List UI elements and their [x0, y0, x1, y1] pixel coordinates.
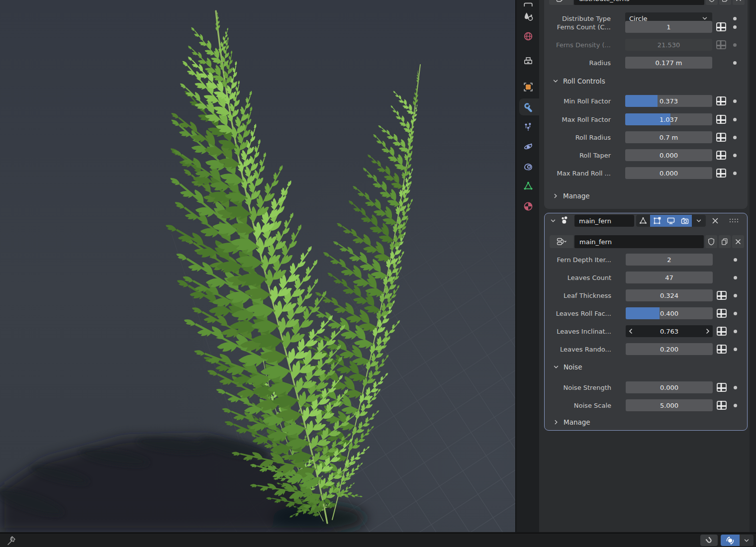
decrement-arrow-icon[interactable]	[628, 325, 633, 337]
tab-object-data-properties[interactable]	[516, 178, 539, 194]
viewport-canvas[interactable]	[0, 0, 515, 532]
tab-constraint-properties[interactable]	[516, 158, 539, 175]
subpanel-roll-controls[interactable]: Roll Controls	[548, 73, 745, 89]
modifier-extras-dropdown[interactable]	[692, 215, 706, 227]
row-max-rand-roll: Max Rand Roll ... 0.000	[549, 166, 745, 180]
node-tree-row: distribute_ferns	[549, 0, 745, 5]
tab-output-properties[interactable]	[516, 52, 539, 69]
node-tree-selector[interactable]	[550, 235, 573, 248]
animate-decorator[interactable]	[734, 386, 737, 389]
input-attribute-toggle[interactable]	[715, 399, 728, 411]
animate-decorator[interactable]	[734, 312, 737, 315]
row-ferns-count: Ferns Count (C... 1	[549, 20, 745, 34]
input-attribute-toggle[interactable]	[715, 325, 728, 337]
leaves-inclination-field[interactable]: 0.763	[626, 325, 713, 337]
unlink-button[interactable]	[733, 0, 745, 5]
modifier-header: main_fern	[545, 213, 747, 228]
fake-user-button[interactable]	[705, 235, 717, 248]
snap-magnet-button[interactable]	[700, 535, 718, 546]
copy-button[interactable]	[719, 235, 731, 248]
field-value: 2	[667, 256, 671, 264]
noise-scale-field[interactable]: 5.000	[626, 399, 713, 411]
fake-user-button[interactable]	[706, 0, 718, 5]
input-attribute-toggle[interactable]	[715, 21, 727, 33]
roll-taper-field[interactable]: 0.000	[625, 149, 712, 161]
copy-button[interactable]	[719, 0, 731, 5]
input-attribute-toggle[interactable]	[715, 149, 727, 161]
node-group-name-field[interactable]: main_fern	[574, 235, 704, 248]
subpanel-manage[interactable]: Manage	[549, 414, 744, 430]
input-attribute-toggle[interactable]	[715, 95, 727, 107]
leaves-roll-slider[interactable]: 0.400	[626, 307, 713, 319]
input-attribute-toggle[interactable]	[715, 167, 727, 179]
increment-arrow-icon[interactable]	[705, 325, 710, 337]
input-attribute-toggle[interactable]	[715, 289, 728, 301]
animate-decorator[interactable]	[733, 25, 737, 29]
max-rand-roll-field[interactable]: 0.000	[625, 167, 712, 179]
min-roll-slider[interactable]: 0.373	[625, 95, 712, 107]
animate-decorator[interactable]	[733, 172, 737, 175]
input-attribute-toggle[interactable]	[715, 131, 727, 143]
spreadsheet-icon	[716, 96, 727, 106]
animate-decorator[interactable]	[733, 154, 737, 157]
radius-field[interactable]: 0.177 m	[625, 57, 712, 69]
input-attribute-toggle[interactable]	[715, 381, 728, 393]
chevron-down-icon	[695, 217, 702, 224]
pin-icon[interactable]	[6, 535, 17, 546]
tab-world-properties[interactable]	[516, 28, 539, 45]
spreadsheet-icon	[716, 290, 727, 300]
tab-modifier-properties[interactable]	[519, 98, 539, 115]
row-noise-strength: Noise Strength 0.000	[550, 380, 744, 394]
ferns-count-field[interactable]: 1	[625, 21, 712, 33]
node-tree-selector[interactable]	[549, 0, 573, 5]
tab-physics-properties[interactable]	[516, 138, 539, 155]
snap-target-button[interactable]	[721, 535, 740, 546]
animate-decorator[interactable]	[733, 136, 737, 139]
noise-strength-field[interactable]: 0.000	[626, 381, 713, 393]
scene-icon	[523, 11, 533, 21]
input-attribute-toggle[interactable]	[715, 307, 728, 319]
animate-decorator[interactable]	[734, 330, 737, 333]
tab-material-properties[interactable]	[516, 198, 539, 215]
animate-decorator[interactable]	[734, 404, 737, 407]
tab-object-properties[interactable]	[516, 79, 539, 95]
animate-decorator[interactable]	[733, 61, 737, 65]
animate-decorator[interactable]	[733, 99, 737, 103]
animate-decorator[interactable]	[734, 348, 737, 351]
subpanel-manage[interactable]: Manage	[548, 188, 745, 204]
on-cage-toggle[interactable]	[650, 215, 664, 227]
animate-decorator[interactable]	[733, 118, 737, 121]
leaves-count-field[interactable]: 47	[626, 272, 713, 283]
snap-options-dropdown[interactable]	[740, 535, 754, 546]
fern-depth-field[interactable]: 2	[626, 254, 713, 266]
max-roll-slider[interactable]: 1.037	[625, 113, 712, 125]
drag-handle-icon[interactable]	[729, 218, 739, 224]
field-value: 0.400	[660, 310, 678, 317]
spreadsheet-icon	[716, 400, 727, 410]
unlink-button[interactable]	[732, 235, 744, 248]
subpanel-noise[interactable]: Noise	[549, 359, 744, 375]
realtime-display-toggle[interactable]	[664, 215, 678, 227]
field-value: 0.000	[660, 384, 678, 391]
node-tree-icon	[556, 0, 566, 3]
input-attribute-toggle[interactable]	[715, 343, 728, 355]
leaf-thickness-field[interactable]: 0.324	[626, 289, 713, 301]
animate-decorator[interactable]	[734, 258, 737, 262]
leaves-random-field[interactable]: 0.200	[626, 343, 713, 355]
edit-mode-toggle[interactable]	[636, 215, 650, 227]
scrollbar-track[interactable]	[750, 0, 756, 532]
3d-viewport[interactable]	[0, 0, 515, 532]
tab-scene-properties[interactable]	[516, 8, 539, 25]
render-display-toggle[interactable]	[678, 215, 692, 227]
node-group-name-field[interactable]: distribute_ferns	[574, 0, 704, 5]
animate-decorator[interactable]	[734, 276, 737, 279]
spreadsheet-icon	[716, 22, 727, 32]
delete-modifier-button[interactable]	[712, 217, 719, 224]
animate-decorator[interactable]	[734, 294, 737, 297]
spreadsheet-icon	[716, 150, 727, 160]
modifier-name-field[interactable]: main_fern	[574, 215, 634, 227]
tab-particle-properties[interactable]	[516, 118, 539, 135]
roll-radius-field[interactable]: 0.7 m	[625, 131, 712, 143]
expand-chevron-icon[interactable]	[550, 217, 557, 224]
input-attribute-toggle[interactable]	[715, 113, 727, 125]
